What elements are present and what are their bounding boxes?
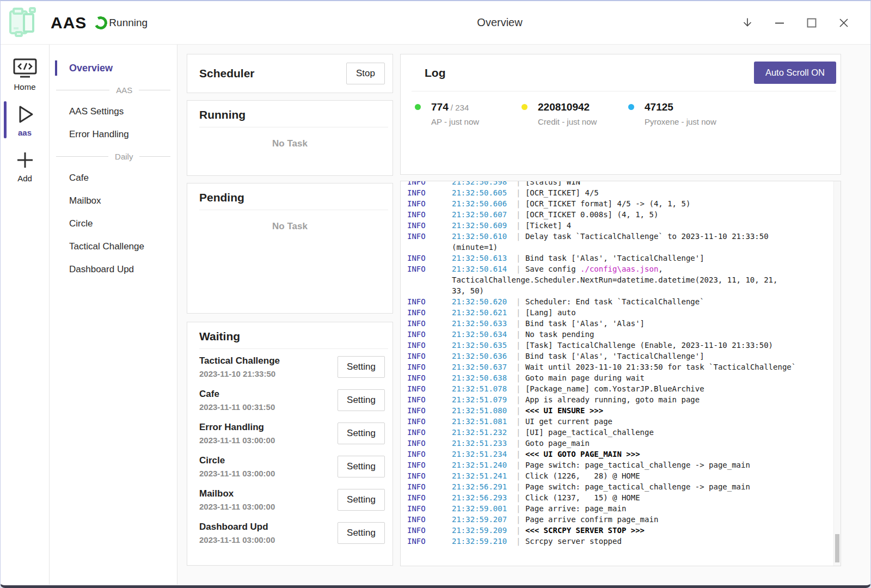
stat-credit: 220810942Credit - just now [522,101,628,126]
pending-title: Pending [187,191,392,210]
log-timestamp: 21:32:50.609 [452,221,507,230]
scrollbar-thumb[interactable] [835,534,839,562]
log-separator: | [507,450,525,458]
log-separator: | [507,504,525,513]
waiting-title: Waiting [187,330,392,348]
log-separator: | [507,181,525,186]
setting-button[interactable]: Setting [338,389,385,411]
log-separator: | [507,406,525,415]
nav-item-circle[interactable]: Circle [50,212,177,235]
waiting-task-time: 2023-11-11 03:00:00 [199,469,275,478]
log-line: INFO21:32:50.607 | [OCR_TICKET 0.008s] (… [407,209,841,220]
nav-item-mailbox[interactable]: Mailbox [50,189,177,212]
maximize-button[interactable] [805,16,819,30]
log-line: INFO21:32:59.207 | Page arrive confirm p… [407,514,841,525]
log-timestamp: 21:32:50.638 [452,373,507,382]
log-line: INFO21:32:50.606 | [OCR_TICKET format] 4… [407,198,841,209]
waiting-task-row-tactical-challenge: Tactical Challenge2023-11-10 21:33:50Set… [199,350,385,383]
waiting-task-info: Error Handling2023-11-11 03:00:00 [199,422,275,445]
log-timestamp: 21:32:51.079 [452,395,507,404]
stat-dot-icon [522,104,527,110]
auto-scroll-button[interactable]: Auto Scroll ON [754,62,836,84]
log-card-header: Log Auto Scroll ON [401,54,841,91]
log-timestamp: 21:32:50.634 [452,330,507,339]
log-message: 21:32:50.638 | Goto main page during wai… [452,372,645,383]
log-line: (minute=1) [407,242,841,253]
log-separator: | [507,417,525,426]
log-timestamp: 21:32:50.637 [452,363,507,371]
log-message: (minute=1) [452,242,498,253]
log-separator: | [507,384,525,393]
log-message: 21:32:50.637 | Wait until 2023-11-10 21:… [452,362,796,372]
log-panel[interactable]: INFO21:32:50.598 | [Status] WININFO21:32… [400,181,841,566]
log-line: INFO21:32:50.614 | Save config ./config\… [407,264,841,274]
log-level: INFO [407,296,452,307]
nav-section-label: Daily [115,152,133,161]
log-level: INFO [407,253,452,264]
setting-button[interactable]: Setting [338,456,385,477]
log-level: INFO [407,318,452,329]
minimize-button[interactable] [772,16,787,30]
log-line: INFO21:32:50.621 | [Lang] auto [407,307,841,318]
log-level: INFO [407,416,452,427]
log-timestamp: 21:32:50.607 [452,210,507,219]
nav-item-error-handling[interactable]: Error Handling [50,123,177,146]
update-download-button[interactable] [740,16,755,30]
waiting-task-time: 2023-11-11 03:00:00 [199,436,275,445]
nav-item-overview[interactable]: Overview [50,57,177,79]
setting-button[interactable]: Setting [338,356,385,378]
log-message: 21:32:50.609 | [Ticket] 4 [452,220,571,231]
log-line: INFO21:32:59.001 | Page arrive: page_mai… [407,503,841,514]
setting-button[interactable]: Setting [338,489,385,511]
log-level: INFO [407,470,452,481]
stat-value: 220810942 [538,101,590,113]
setting-button[interactable]: Setting [338,522,385,544]
close-button[interactable] [837,16,851,30]
log-level: INFO [407,481,452,492]
log-message: 21:32:50.621 | [Lang] auto [452,307,576,318]
log-separator: | [507,330,525,339]
log-timestamp: 21:32:59.209 [452,526,507,535]
log-timestamp: 21:32:50.633 [452,319,507,328]
setting-button[interactable]: Setting [338,422,385,444]
window-controls [740,16,851,30]
log-level: INFO [407,492,452,503]
running-status: Running [109,17,148,29]
stat-value-row: 47125 [645,101,735,113]
log-separator: | [507,537,525,546]
stat-value: 774 [431,101,449,113]
log-message: 21:32:59.001 | Page arrive: page_main [452,503,626,514]
log-message: 21:32:51.081 | UI get current page [452,416,612,427]
log-message: 21:32:50.633 | Bind task ['Alas', 'Alas'… [452,318,645,329]
rail-item-home[interactable]: Home [1,52,49,96]
log-message: 21:32:59.209 | <<< SCRCPY SERVER STOP >>… [452,525,645,536]
waiting-task-row-cafe: Cafe2023-11-11 00:31:50Setting [199,383,385,416]
rail-item-add[interactable]: Add [1,144,49,187]
divider [199,210,388,210]
nav-item-tactical-challenge[interactable]: Tactical Challenge [50,235,177,258]
log-level: INFO [407,536,452,547]
log-scrollbar[interactable] [833,181,841,566]
stop-button[interactable]: Stop [346,63,385,84]
log-message: 21:32:50.610 | Delay task `TacticalChall… [452,231,769,242]
nav-section-label: AAS [116,85,132,95]
log-message: 21:32:50.614 | Save config ./config\aas.… [452,264,663,274]
log-line: INFO21:32:51.233 | Goto page_main [407,438,841,449]
log-message: TacticalChallenge.Scheduler.NextRun=date… [452,274,777,285]
nav-item-cafe[interactable]: Cafe [50,167,177,189]
log-level: INFO [407,427,452,438]
nav-item-dashboard-upd[interactable]: Dashboard Upd [50,258,177,281]
log-line: INFO21:32:50.605 | [OCR_TICKET] 4/5 [407,187,841,198]
log-level: INFO [407,329,452,340]
nav-item-aas-settings[interactable]: AAS Settings [50,100,177,123]
log-line: INFO21:32:50.635 | [Task] TacticalChalle… [407,340,841,351]
waiting-task-row-circle: Circle2023-11-11 03:00:00Setting [199,450,385,483]
log-timestamp: 21:32:51.078 [452,384,507,393]
stat-value-row: 774 / 234 [431,101,522,113]
waiting-card: Waiting Tactical Challenge2023-11-10 21:… [187,322,393,566]
log-level: INFO [407,383,452,394]
nav-section-divider-daily: Daily [50,146,177,167]
scheduler-card: Scheduler Stop [187,54,393,93]
rail-item-aas[interactable]: aas [1,98,49,142]
running-spinner-icon [93,15,109,30]
